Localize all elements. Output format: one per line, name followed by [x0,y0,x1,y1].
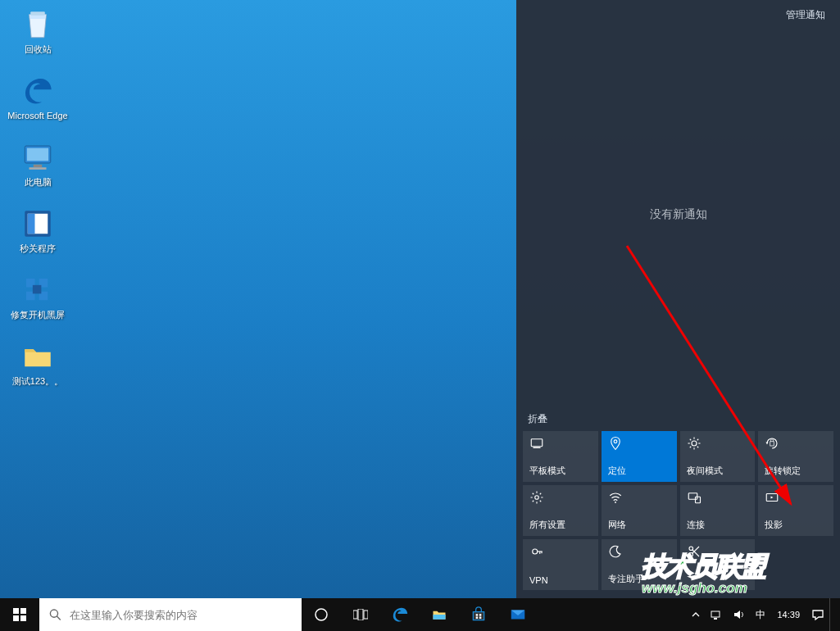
svg-rect-0 [30,11,45,15]
tile-connect[interactable]: 连接 [680,485,756,536]
svg-rect-53 [476,614,479,616]
svg-rect-13 [531,439,543,447]
svg-rect-7 [28,214,35,234]
edge-icon[interactable]: Microsoft Edge [7,73,69,121]
svg-marker-32 [771,497,774,499]
svg-marker-25 [766,443,769,445]
search-icon [49,608,61,621]
tray-overflow[interactable] [687,598,705,631]
svg-line-23 [689,447,691,448]
svg-point-48 [316,609,327,620]
system-tray: 中 14:39 [687,598,840,631]
moon-icon [608,544,623,559]
rotation-lock-icon [765,436,779,451]
collapse-link[interactable]: 折叠 [528,413,547,424]
fix-boot-icon[interactable]: 修复开机黑屏 [7,272,69,320]
icon-label: 测试123。。 [12,376,63,387]
svg-point-28 [615,502,616,503]
taskbar-mail[interactable] [498,598,538,631]
tray-volume-icon[interactable] [728,598,751,631]
taskbar-explorer[interactable] [420,598,459,631]
search-input[interactable] [70,609,292,621]
tile-label: 平板模式 [529,465,592,477]
action-center-panel: 管理通知 没有新通知 折叠 平板模式 定位 夜间模式 旋转锁定 所有设置 [516,0,840,598]
start-button[interactable] [0,598,39,631]
taskbar-store[interactable] [459,598,498,631]
icon-label: 修复开机黑屏 [11,310,65,320]
svg-rect-42 [13,608,19,614]
recycle-bin-icon[interactable]: 回收站 [7,7,69,55]
svg-rect-49 [353,611,357,619]
svg-point-33 [533,549,538,554]
tile-label: 专注助手 [608,573,670,585]
svg-line-22 [697,447,698,448]
snip-icon [687,544,702,559]
desktop-icons: 回收站 Microsoft Edge 此电脑 秒关程序 修复开机黑屏 测试123… [7,7,69,387]
svg-rect-50 [358,609,363,620]
svg-rect-26 [770,442,774,446]
taskbar: 中 14:39 [0,598,840,631]
tile-rotation-lock[interactable]: 旋转锁定 [758,431,833,482]
svg-rect-54 [479,614,482,616]
tile-vpn[interactable]: VPN [523,539,598,590]
icon-label: 回收站 [25,44,52,55]
vpn-icon [529,544,544,559]
icon-label: 此电脑 [25,177,52,188]
desktop: 回收站 Microsoft Edge 此电脑 秒关程序 修复开机黑屏 测试123… [0,0,840,631]
icon-label: 秒关程序 [20,243,56,254]
wifi-icon [608,490,623,505]
tile-label: 旋转锁定 [765,465,827,477]
svg-rect-58 [711,611,720,617]
svg-rect-3 [34,165,43,168]
svg-rect-14 [534,447,541,449]
tray-ime-icon[interactable]: 中 [751,598,770,631]
cortana-button[interactable] [302,598,341,631]
svg-rect-51 [364,611,368,619]
svg-rect-52 [434,615,446,620]
tile-label: 网络 [608,519,670,531]
svg-rect-12 [33,285,42,294]
svg-rect-30 [695,497,700,503]
gear-icon [529,490,544,505]
tablet-icon [529,436,544,451]
tile-label: 定位 [608,465,670,477]
tile-night-light[interactable]: 夜间模式 [680,431,756,482]
show-desktop-button[interactable] [829,598,840,631]
connect-icon [687,490,702,505]
manage-notifications-link[interactable]: 管理通知 [786,9,825,20]
tile-label: 所有设置 [529,519,592,531]
sun-icon [687,436,702,451]
taskbar-edge[interactable] [380,598,420,631]
tray-action-center-icon[interactable] [806,598,829,631]
svg-point-27 [535,496,539,500]
shutdown-tool-icon[interactable]: 秒关程序 [7,206,69,254]
icon-label: Microsoft Edge [7,111,67,121]
taskbar-search[interactable] [39,598,302,631]
svg-line-39 [692,550,698,556]
svg-point-16 [692,441,697,446]
tile-screen-snip[interactable] [680,539,756,590]
quick-action-tiles: 平板模式 定位 夜间模式 旋转锁定 所有设置 网络 [516,431,840,598]
tile-network[interactable]: 网络 [602,485,677,536]
tray-clock[interactable]: 14:39 [770,598,806,631]
location-icon [608,436,623,451]
tile-all-settings[interactable]: 所有设置 [523,485,598,536]
project-icon [765,490,779,505]
svg-line-40 [692,547,698,553]
svg-rect-4 [30,167,47,170]
svg-rect-2 [27,148,48,161]
tile-label: 连接 [687,519,749,531]
tile-tablet-mode[interactable]: 平板模式 [523,431,598,482]
tile-label: 夜间模式 [687,465,749,477]
svg-rect-59 [714,618,717,620]
tile-project[interactable]: 投影 [758,485,833,536]
tile-label: 投影 [765,519,827,531]
tile-label: VPN [529,575,592,585]
tray-network-icon[interactable] [705,598,728,631]
test-folder-icon[interactable]: 测试123。。 [7,338,69,387]
tile-focus-assist[interactable]: 专注助手 [602,539,677,590]
task-view-button[interactable] [341,598,380,631]
this-pc-icon[interactable]: 此电脑 [7,139,69,188]
svg-rect-43 [20,608,26,614]
tile-location[interactable]: 定位 [602,431,677,482]
